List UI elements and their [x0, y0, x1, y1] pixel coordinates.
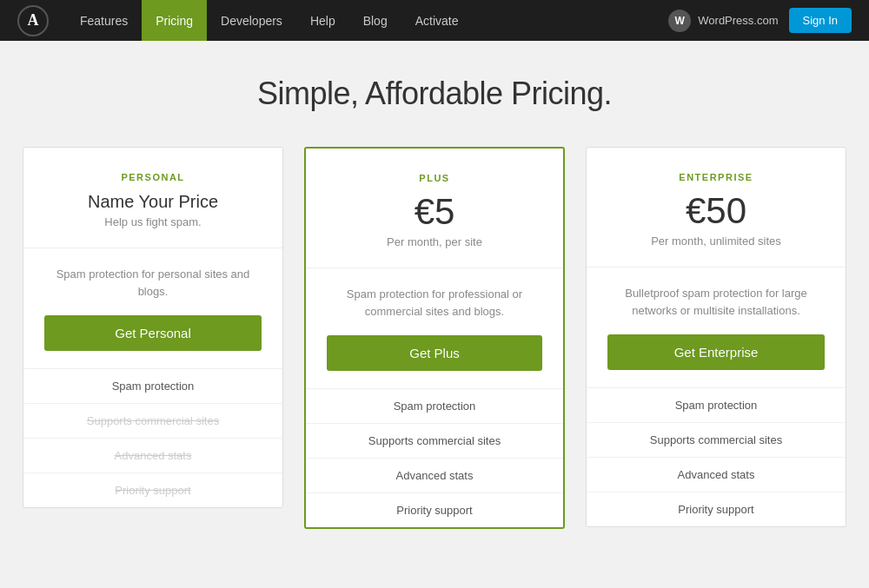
plan-personal-features: Spam protection Supports commercial site… [23, 369, 282, 507]
plan-plus-description: Spam protection for professional or comm… [327, 286, 542, 320]
plan-enterprise: ENTERPRISE €50 Per month, unlimited site… [586, 147, 846, 527]
feature-advanced-stats-plus: Advanced stats [306, 459, 563, 493]
pricing-grid: PERSONAL Name Your Price Help us fight s… [17, 147, 852, 529]
plan-plus: PLUS €5 Per month, per site Spam protect… [304, 147, 565, 529]
feature-spam-protection-plus: Spam protection [306, 389, 563, 424]
feature-priority-support-ent: Priority support [587, 492, 846, 526]
plan-enterprise-price: €50 [607, 193, 825, 229]
plan-enterprise-description: Bulletproof spam protection for large ne… [607, 285, 825, 319]
feature-spam-protection: Spam protection [23, 369, 282, 404]
plan-personal-price: Name Your Price [44, 193, 262, 210]
nav-activate[interactable]: Activate [401, 0, 473, 41]
plan-enterprise-body: Bulletproof spam protection for large ne… [587, 268, 846, 388]
signin-button[interactable]: Sign In [789, 8, 852, 33]
plan-enterprise-header: ENTERPRISE €50 Per month, unlimited site… [587, 148, 846, 268]
plan-personal-description: Spam protection for personal sites and b… [44, 266, 262, 300]
nav-blog[interactable]: Blog [349, 0, 401, 41]
plan-personal: PERSONAL Name Your Price Help us fight s… [23, 147, 283, 508]
plan-plus-header: PLUS €5 Per month, per site [306, 149, 563, 268]
plan-personal-cta[interactable]: Get Personal [44, 315, 262, 351]
plan-plus-period: Per month, per site [327, 235, 542, 248]
feature-advanced-stats-ent: Advanced stats [587, 458, 846, 492]
site-logo[interactable]: A [17, 5, 49, 36]
nav-features[interactable]: Features [66, 0, 142, 41]
plan-enterprise-name: ENTERPRISE [607, 172, 825, 182]
plan-plus-name: PLUS [327, 173, 542, 183]
nav-help[interactable]: Help [296, 0, 349, 41]
plan-enterprise-period: Per month, unlimited sites [607, 235, 825, 248]
nav-links: Features Pricing Developers Help Blog Ac… [66, 0, 668, 41]
navbar: A Features Pricing Developers Help Blog … [0, 0, 869, 41]
nav-right: W WordPress.com Sign In [668, 8, 852, 33]
plan-personal-name: PERSONAL [44, 172, 262, 182]
feature-commercial-sites: Supports commercial sites [23, 404, 282, 439]
plan-enterprise-cta[interactable]: Get Enterprise [607, 334, 825, 370]
feature-priority-support: Priority support [23, 473, 282, 507]
nav-developers[interactable]: Developers [207, 0, 296, 41]
plan-personal-header: PERSONAL Name Your Price Help us fight s… [23, 148, 282, 248]
wordpress-link[interactable]: W WordPress.com [668, 10, 778, 32]
plan-personal-period: Help us fight spam. [44, 215, 262, 228]
feature-advanced-stats: Advanced stats [23, 439, 282, 473]
main-content: Simple, Affordable Pricing. PERSONAL Nam… [0, 41, 869, 564]
wordpress-icon: W [668, 10, 691, 32]
feature-spam-protection-ent: Spam protection [587, 388, 846, 423]
plan-plus-features: Spam protection Supports commercial site… [306, 389, 563, 527]
nav-pricing[interactable]: Pricing [142, 0, 207, 41]
feature-priority-support-plus: Priority support [306, 493, 563, 527]
plan-personal-body: Spam protection for personal sites and b… [23, 248, 282, 369]
page-title: Simple, Affordable Pricing. [17, 76, 852, 112]
plan-plus-price: €5 [327, 194, 542, 230]
plan-plus-body: Spam protection for professional or comm… [306, 268, 563, 389]
feature-commercial-sites-ent: Supports commercial sites [587, 423, 846, 458]
plan-plus-cta[interactable]: Get Plus [327, 335, 542, 371]
wordpress-label: WordPress.com [698, 14, 778, 27]
plan-enterprise-features: Spam protection Supports commercial site… [587, 388, 846, 526]
feature-commercial-sites-plus: Supports commercial sites [306, 424, 563, 459]
